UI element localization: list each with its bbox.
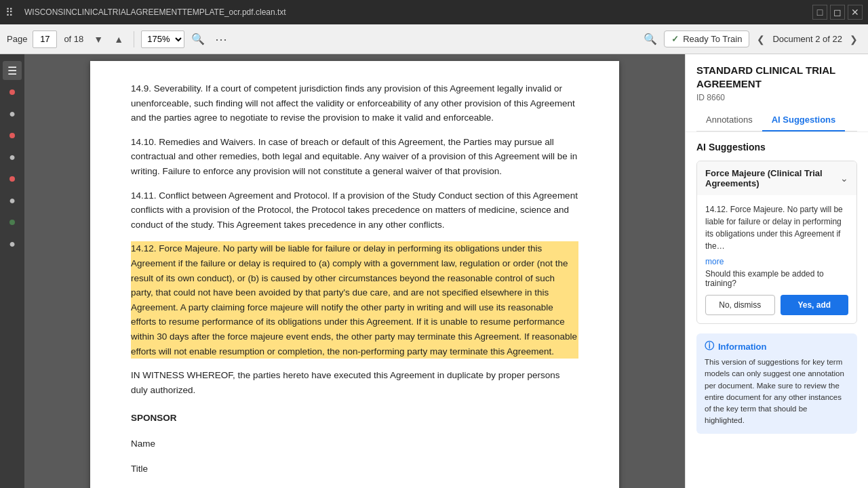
toolbar: Page of 18 ▼ ▲ 175% 100% 125% 150% 200% … [0, 24, 868, 54]
info-icon: ⓘ [705, 340, 714, 352]
main-layout: ☰ ● ● ● ● 14.9. Severability. If a court… [0, 54, 868, 488]
of-pages-label: of 18 [64, 34, 83, 44]
title-label: Title [131, 462, 578, 476]
title-bar: ⠿ WISCONSINCLINICALTRIALAGREEMENTTEMPLAT… [0, 0, 868, 24]
page-label: Page [7, 34, 27, 44]
left-sidebar: ☰ ● ● ● ● [0, 54, 24, 488]
clause-14-12-text: 14.12. Force Majeure. No party will be l… [131, 241, 578, 359]
clause-14-9-text: 14.9. Severability. If a court of compet… [131, 81, 578, 125]
sidebar-icon-home[interactable]: ☰ [3, 61, 22, 80]
restore-button[interactable]: ◻ [830, 5, 845, 20]
more-options-button[interactable]: ⋯ [212, 30, 231, 49]
page-down-button[interactable]: ▼ [90, 31, 106, 47]
right-panel-body: AI Suggestions Force Majeure (Clinical T… [686, 132, 868, 488]
right-panel: STANDARD CLINICAL TRIAL AGREEMENT ID 866… [685, 54, 868, 488]
checkmark-icon: ✓ [671, 34, 679, 44]
page-up-button[interactable]: ▲ [111, 31, 127, 47]
sidebar-icon-5[interactable]: ● [3, 235, 22, 253]
doc-viewer[interactable]: 14.9. Severability. If a court of compet… [24, 54, 685, 488]
clause-14-11-text: 14.11. Conflict between Agreement and Pr… [131, 188, 578, 232]
zoom-select[interactable]: 175% 100% 125% 150% 200% [141, 30, 184, 48]
clause-14-10: 14.10. Remedies and Waivers. In case of … [131, 135, 578, 179]
sidebar-icon-2[interactable]: ● [3, 104, 22, 123]
witness-text: IN WITNESS WHEREOF, the parties hereto h… [131, 368, 578, 397]
add-button[interactable]: Yes, add [781, 295, 849, 315]
close-button[interactable]: ✕ [848, 5, 863, 20]
panel-title: STANDARD CLINICAL TRIAL AGREEMENT [696, 64, 857, 90]
name-label: Name [131, 436, 578, 451]
suggestion-card: Force Majeure (Clinical Trial Agreements… [696, 161, 857, 324]
filename-label: WISCONSINCLINICALTRIALAGREEMENTTEMPLATE_… [24, 7, 286, 17]
clause-14-9: 14.9. Severability. If a court of compet… [131, 81, 578, 125]
sponsor-label: SPONSOR [131, 411, 578, 426]
ai-suggestions-title: AI Suggestions [696, 142, 857, 152]
suggestion-card-body: 14.12. Force Majeure. No party will be l… [697, 195, 856, 323]
panel-tabs: Annotations AI Suggestions [696, 109, 857, 131]
search-right-button[interactable]: 🔍 [641, 30, 660, 49]
panel-id: ID 8660 [696, 93, 857, 102]
info-box: ⓘ Information This version of suggestion… [696, 333, 857, 434]
info-box-title-text: Information [718, 342, 767, 352]
separator-1 [134, 31, 134, 47]
page-number-input[interactable] [33, 30, 57, 48]
sidebar-icon-3[interactable]: ● [3, 148, 22, 167]
doc-prev-button[interactable]: ❮ [753, 32, 768, 47]
dismiss-button[interactable]: No, dismiss [705, 295, 775, 315]
suggestion-body-text: 14.12. Force Majeure. No party will be l… [705, 203, 848, 252]
doc-nav-label: Document 2 of 22 [772, 34, 842, 44]
suggestion-more-link[interactable]: more [705, 257, 724, 266]
minimize-button[interactable]: □ [812, 5, 827, 20]
sidebar-dot-4 [9, 220, 15, 225]
suggestion-question: Should this example be added to training… [705, 269, 848, 288]
suggestion-card-header[interactable]: Force Majeure (Clinical Trial Agreements… [697, 161, 856, 195]
doc-page: 14.9. Severability. If a court of compet… [90, 61, 619, 488]
sidebar-dot-1 [9, 89, 15, 95]
app-menu-icon[interactable]: ⠿ [5, 6, 14, 19]
ready-train-label: Ready To Train [683, 34, 742, 44]
tab-annotations[interactable]: Annotations [696, 109, 762, 131]
sidebar-dot-2 [9, 133, 15, 138]
sidebar-icon-4[interactable]: ● [3, 191, 22, 210]
doc-next-button[interactable]: ❯ [846, 32, 861, 47]
right-panel-header: STANDARD CLINICAL TRIAL AGREEMENT ID 866… [686, 54, 868, 132]
info-box-text: This version of suggestions for key term… [705, 357, 849, 427]
ready-train-button[interactable]: ✓ Ready To Train [664, 30, 749, 47]
suggestion-actions: No, dismiss Yes, add [705, 295, 848, 315]
info-box-title: ⓘ Information [705, 340, 849, 352]
tab-ai-suggestions[interactable]: AI Suggestions [762, 109, 846, 131]
clause-14-10-text: 14.10. Remedies and Waivers. In case of … [131, 135, 578, 179]
witness-whereof: IN WITNESS WHEREOF, the parties hereto h… [131, 368, 578, 397]
clause-14-12: 14.12. Force Majeure. No party will be l… [131, 241, 578, 359]
chevron-down-icon: ⌄ [840, 173, 848, 184]
clause-14-11: 14.11. Conflict between Agreement and Pr… [131, 188, 578, 232]
suggestion-card-title: Force Majeure (Clinical Trial Agreements… [705, 168, 840, 188]
sidebar-dot-3 [9, 176, 15, 182]
doc-nav: ❮ Document 2 of 22 ❯ [753, 32, 861, 47]
search-button[interactable]: 🔍 [189, 30, 208, 49]
